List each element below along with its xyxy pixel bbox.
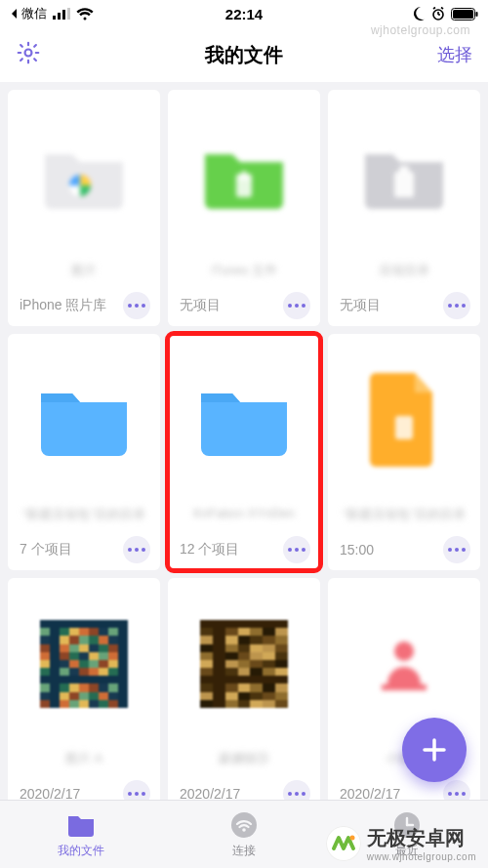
tile-more-button[interactable]: [123, 536, 150, 563]
svg-rect-134: [213, 636, 225, 643]
svg-rect-76: [60, 668, 69, 676]
tab-label: 我的文件: [58, 843, 104, 859]
svg-rect-12: [476, 12, 478, 17]
file-tile[interactable]: 蒙娜丽莎 2020/2/17: [168, 578, 320, 814]
file-tile[interactable]: “新建压缩包”目的目录 7 个项目: [8, 334, 160, 570]
svg-rect-168: [200, 676, 213, 683]
svg-rect-1: [53, 16, 56, 20]
svg-rect-56: [40, 652, 50, 660]
svg-rect-148: [213, 652, 225, 660]
svg-rect-69: [79, 660, 89, 668]
tile-name: 图片 A: [8, 750, 160, 777]
svg-rect-169: [213, 676, 225, 683]
svg-rect-11: [453, 10, 473, 19]
svg-rect-66: [50, 660, 60, 668]
svg-rect-75: [50, 668, 60, 676]
svg-rect-74: [40, 668, 50, 676]
add-button[interactable]: [402, 718, 467, 782]
back-app-label: 微信: [21, 5, 47, 22]
tile-more-button[interactable]: [283, 292, 310, 319]
file-tile[interactable]: 图片 A 2020/2/17: [8, 578, 160, 814]
svg-rect-108: [108, 692, 118, 700]
svg-rect-177: [225, 683, 238, 691]
tile-thumbnail: [328, 578, 480, 750]
tab-wifi[interactable]: 连接: [163, 801, 326, 868]
svg-rect-189: [200, 700, 213, 708]
svg-rect-178: [238, 683, 251, 691]
svg-rect-82: [118, 668, 128, 676]
file-tile[interactable]: “新建压缩包”目的目录 15:00: [328, 334, 480, 570]
plus-icon: [420, 735, 449, 765]
svg-rect-52: [89, 644, 99, 652]
svg-rect-88: [89, 676, 99, 683]
moon-icon: [412, 7, 426, 21]
svg-rect-188: [275, 692, 288, 700]
svg-rect-118: [118, 700, 128, 708]
file-tile[interactable]: iTunes 文件 无项目: [168, 90, 320, 326]
svg-rect-58: [60, 652, 69, 660]
file-tile[interactable]: 压缩目录 无项目: [328, 90, 480, 326]
svg-rect-41: [69, 636, 79, 643]
tile-meta-row: 7 个项目: [8, 533, 160, 570]
svg-rect-26: [99, 620, 108, 628]
svg-rect-31: [60, 628, 69, 636]
svg-rect-143: [238, 644, 251, 652]
svg-rect-89: [99, 676, 108, 683]
svg-rect-163: [225, 668, 238, 676]
tile-name: “新建压缩包”目的目录: [328, 506, 480, 533]
tile-name: iTunes 文件: [168, 262, 320, 289]
tile-name: KnFabcn XYnDen: [168, 506, 320, 533]
file-tile[interactable]: 小图标 2020/2/17: [328, 578, 480, 814]
tile-more-button[interactable]: [123, 292, 150, 319]
svg-rect-61: [89, 652, 99, 660]
tile-thumbnail: [168, 578, 320, 750]
svg-rect-36: [108, 628, 118, 636]
tab-folder[interactable]: 我的文件: [0, 801, 163, 868]
svg-rect-83: [40, 676, 50, 683]
tab-bar: 我的文件 连接 最近: [0, 800, 488, 868]
svg-rect-111: [50, 700, 60, 708]
svg-rect-172: [250, 676, 263, 683]
svg-rect-130: [250, 628, 263, 636]
svg-rect-38: [40, 636, 50, 643]
svg-rect-33: [79, 628, 89, 636]
svg-rect-175: [200, 683, 213, 691]
svg-rect-54: [108, 644, 118, 652]
tile-meta-label: iPhone 照片库: [20, 297, 106, 314]
svg-rect-156: [225, 660, 238, 668]
svg-rect-45: [108, 636, 118, 643]
svg-rect-195: [275, 700, 288, 708]
tile-more-button[interactable]: [443, 536, 470, 563]
svg-rect-173: [263, 676, 275, 683]
svg-line-9: [441, 8, 443, 10]
tile-more-button[interactable]: [283, 536, 310, 563]
svg-rect-79: [89, 668, 99, 676]
svg-rect-135: [225, 636, 238, 643]
file-tile[interactable]: 图片 iPhone 照片库: [8, 90, 160, 326]
back-app-indicator[interactable]: 微信: [10, 5, 47, 22]
tile-meta-row: 15:00: [328, 533, 480, 570]
file-tile[interactable]: KnFabcn XYnDen 12 个项目: [168, 334, 320, 570]
tile-more-button[interactable]: [443, 292, 470, 319]
svg-point-13: [25, 50, 32, 57]
select-button[interactable]: 选择: [437, 43, 472, 66]
svg-rect-141: [213, 644, 225, 652]
svg-rect-24: [79, 620, 89, 628]
svg-rect-165: [250, 668, 263, 676]
svg-rect-186: [250, 692, 263, 700]
settings-button[interactable]: [16, 40, 41, 69]
svg-rect-122: [238, 620, 251, 628]
tile-meta-label: 12 个项目: [180, 541, 239, 558]
tile-thumbnail: [8, 90, 160, 262]
tile-thumbnail: [168, 334, 320, 506]
svg-rect-63: [108, 652, 118, 660]
tab-clock[interactable]: 最近: [325, 801, 488, 868]
tile-name: 蒙娜丽莎: [168, 750, 320, 777]
status-time: 22:14: [225, 6, 263, 22]
svg-rect-101: [40, 692, 50, 700]
svg-rect-42: [79, 636, 89, 643]
alarm-icon: [431, 7, 445, 21]
svg-rect-44: [99, 636, 108, 643]
svg-rect-160: [275, 660, 288, 668]
page-title: 我的文件: [205, 42, 283, 68]
